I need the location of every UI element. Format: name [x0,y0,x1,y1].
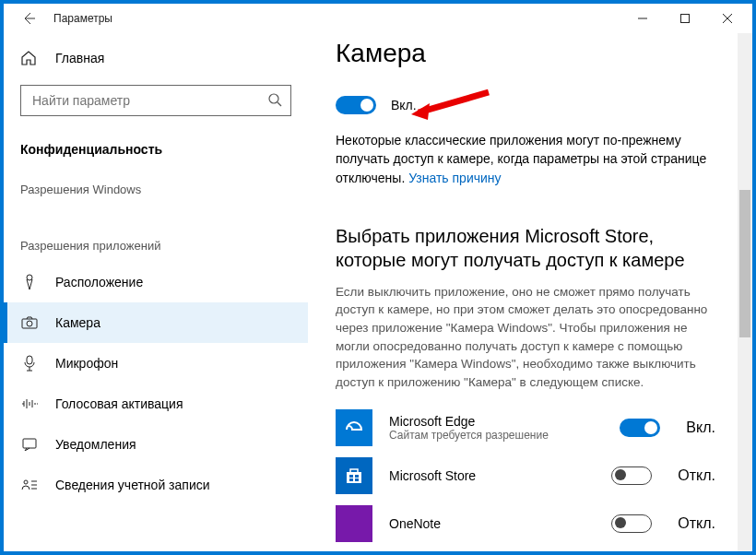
nav-label: Уведомления [55,437,136,452]
app-sub: Сайтам требуется разрешение [389,429,620,442]
app-toggle-onenote[interactable] [611,514,652,533]
location-icon [20,274,39,290]
nav-label: Расположение [55,275,143,289]
back-button[interactable] [17,6,41,30]
main-toggle-row: Вкл. [336,96,715,114]
search-input[interactable] [20,85,291,116]
sidebar-item-voice[interactable]: Голосовая активация [4,384,308,424]
microphone-icon [20,355,39,372]
svg-rect-6 [23,439,36,448]
learn-why-link[interactable]: Узнать причину [408,171,501,185]
home-label: Главная [55,51,104,65]
arrow-left-icon [21,11,36,26]
svg-rect-5 [27,356,32,364]
search-wrap [20,85,291,116]
sidebar-item-camera[interactable]: Камера [4,302,308,343]
app-toggle-edge[interactable] [620,419,660,437]
page-title: Камера [336,39,715,68]
app-name: OneNote [389,516,611,531]
svg-rect-11 [349,478,353,481]
minimize-button[interactable] [621,6,664,31]
app-row-store: Microsoft Store Откл. [336,452,715,500]
nav-label: Микрофон [55,356,118,371]
sidebar-section-privacy: Конфиденциальность [4,129,308,170]
content-scroll[interactable]: Камера Вкл. Некоторые классические прило… [308,33,752,551]
svg-point-4 [27,321,32,326]
info-paragraph: Некоторые классические приложения могут … [336,131,715,187]
search-icon [267,92,282,107]
sidebar-item-account[interactable]: Сведения учетной записи [4,465,308,505]
svg-point-1 [269,94,278,103]
app-name: Microsoft Edge [389,414,620,429]
maximize-button[interactable] [664,6,706,31]
camera-icon [20,316,39,329]
app-toggle-store[interactable] [611,466,652,485]
scroll-thumb[interactable] [739,190,750,337]
nav-label: Голосовая активация [55,396,183,411]
maximize-icon [680,14,690,23]
sidebar-group-apps: Разрешения приложений [4,226,308,262]
voice-icon [20,397,39,410]
svg-rect-8 [347,472,361,483]
camera-access-toggle[interactable] [336,96,376,114]
onenote-icon [336,505,372,542]
app-toggle-label: Вкл. [686,419,715,436]
window-title: Параметры [53,12,112,25]
store-icon [336,457,372,494]
svg-rect-9 [349,475,353,478]
home-link[interactable]: Главная [4,41,308,76]
info-text: Некоторые классические приложения могут … [336,133,706,185]
close-button[interactable] [706,6,749,31]
svg-point-7 [24,480,28,484]
edge-icon [336,409,372,446]
app-toggle-label: Откл. [678,515,715,532]
svg-rect-12 [355,478,359,481]
close-icon [723,14,732,23]
content-area: Камера Вкл. Некоторые классические прило… [308,33,752,551]
app-toggle-label: Откл. [678,467,715,484]
app-row-onenote: OneNote Откл. [336,500,715,548]
sidebar: Главная Конфиденциальность Разрешения Wi… [4,33,308,551]
svg-rect-0 [681,15,690,23]
home-icon [20,50,39,66]
svg-rect-10 [355,475,359,478]
annotation-arrow-icon [408,89,490,122]
minimize-icon [638,14,647,23]
nav-label: Сведения учетной записи [55,478,210,492]
settings-window: Параметры Главная Конфи [4,4,752,551]
app-row-edge: Microsoft Edge Сайтам требуется разрешен… [336,404,715,452]
sidebar-group-windows: Разрешения Windows [4,170,308,206]
apps-section-title: Выбрать приложения Microsoft Store, кото… [336,224,715,272]
app-name: Microsoft Store [389,468,611,483]
svg-point-2 [27,275,32,280]
account-icon [20,478,39,491]
notifications-icon [20,438,39,451]
sidebar-item-location[interactable]: Расположение [4,262,308,302]
titlebar: Параметры [4,4,752,33]
sidebar-item-microphone[interactable]: Микрофон [4,343,308,384]
sidebar-item-notifications[interactable]: Уведомления [4,424,308,465]
apps-section-desc: Если выключить приложение, оно не сможет… [336,283,715,391]
nav-label: Камера [55,315,100,330]
scrollbar[interactable] [738,33,752,551]
